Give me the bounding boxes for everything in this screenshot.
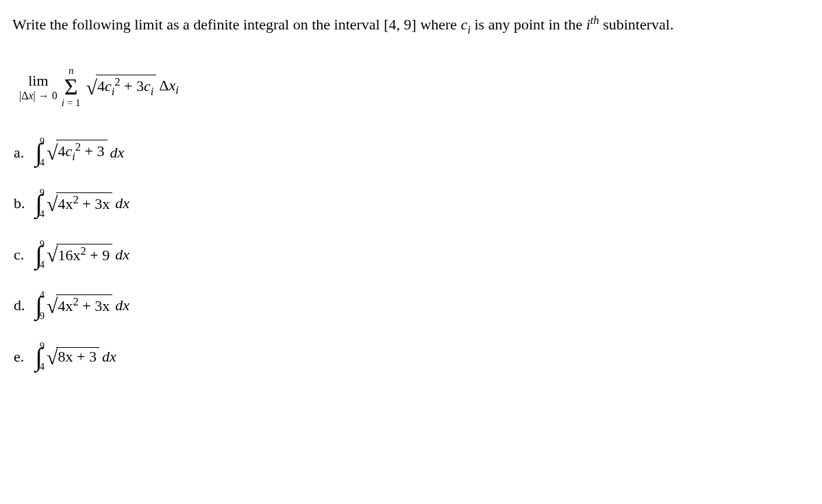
lim-text: lim: [28, 72, 48, 90]
sqrt-c: √ 16x2 + 9: [47, 244, 112, 266]
a-var: c: [65, 143, 72, 160]
dx-a: dx: [110, 144, 125, 162]
rad-c: c: [105, 77, 112, 94]
cond-right: | → 0: [34, 90, 58, 101]
sqrt-a: √ 4ci2 + 3: [47, 140, 108, 165]
rad-plus: + 3: [121, 77, 144, 94]
int-lower: 9: [40, 311, 45, 322]
sqrt-radicand-c: 16x2 + 9: [56, 244, 112, 266]
var-c: c: [461, 16, 468, 33]
integral-symbol: 9 ∫ 4: [33, 239, 45, 271]
rad-c2sub: i: [151, 84, 154, 97]
option-a-label: a.: [14, 144, 33, 162]
sqrt-b: √ 4x2 + 3x: [47, 192, 112, 214]
sum-eq: = 1: [64, 97, 80, 108]
delta-xvar: x: [169, 77, 175, 94]
limit-expression: lim |Δx| → 0 n Σ i = 1 √ 4ci2 + 3ci Δxi: [19, 65, 179, 110]
sqrt-radicand-e: 8x + 3: [56, 347, 99, 367]
option-e-label: e.: [14, 348, 33, 366]
option-d-label: d.: [14, 297, 33, 314]
option-e-integral: 9 ∫ 4 √ 8x + 3 dx: [33, 341, 116, 373]
dx-c: dx: [115, 246, 129, 264]
sqrt-radicand-a: 4ci2 + 3: [56, 140, 107, 165]
dx-d: dx: [115, 297, 129, 314]
option-b-label: b.: [14, 194, 33, 212]
d-body: 4x: [58, 298, 73, 315]
int-lower: 4: [40, 260, 45, 270]
sqrt-radicand-d: 4x2 + 3x: [56, 294, 112, 316]
c-sup: 2: [80, 244, 86, 257]
e-body: 8x + 3: [58, 348, 96, 365]
option-c: c. 9 ∫ 4 √ 16x2 + 9 dx: [14, 239, 810, 271]
int-lower: 4: [40, 209, 45, 220]
cond-x: x: [29, 90, 34, 101]
sqrt-radicand: 4ci2 + 3ci: [96, 75, 156, 100]
integral-symbol: 4 ∫ 9: [33, 290, 45, 322]
option-d: d. 4 ∫ 9 √ 4x2 + 3x dx: [14, 290, 810, 322]
option-c-label: c.: [14, 246, 33, 264]
b-post: + 3x: [79, 195, 110, 212]
rad-csup: 2: [114, 75, 120, 88]
sigma-symbol: Σ: [64, 77, 78, 98]
question-mid: is any point in the: [471, 16, 586, 33]
b-sup: 2: [73, 193, 78, 206]
delta-x: Δxi: [159, 77, 179, 97]
question-pre: Write the following limit as a definite …: [12, 16, 461, 33]
integral-symbol: 9 ∫ 4: [33, 136, 45, 168]
c-body: 16x: [58, 247, 80, 264]
option-b-integral: 9 ∫ 4 √ 4x2 + 3x dx: [33, 188, 129, 220]
limit-operator: lim |Δx| → 0: [19, 72, 58, 102]
sqrt-radicand-b: 4x2 + 3x: [56, 192, 112, 214]
b-body: 4x: [58, 195, 73, 212]
sqrt-e: √ 8x + 3: [47, 347, 99, 367]
cond-left: |Δ: [19, 90, 29, 101]
d-sup: 2: [73, 295, 78, 308]
option-a-integral: 9 ∫ 4 √ 4ci2 + 3 dx: [33, 136, 124, 168]
option-e: e. 9 ∫ 4 √ 8x + 3 dx: [14, 341, 810, 373]
ith-th: th: [590, 14, 599, 27]
lim-condition: |Δx| → 0: [19, 90, 58, 102]
d-post: + 3x: [79, 298, 110, 315]
rad-coef: 4: [97, 77, 105, 94]
sqrt-expression: √ 4ci2 + 3ci: [86, 75, 156, 100]
delta: Δ: [159, 77, 169, 94]
dx-e: dx: [102, 348, 116, 366]
a-sup: 2: [75, 140, 81, 153]
a-post: + 3: [81, 143, 104, 160]
delta-sub: i: [175, 84, 179, 97]
sum-operator: n Σ i = 1: [62, 65, 81, 110]
integral-symbol: 9 ∫ 4: [33, 188, 45, 220]
question-text: Write the following limit as a definite …: [12, 12, 810, 38]
sum-lower: i = 1: [62, 97, 81, 109]
answer-options: a. 9 ∫ 4 √ 4ci2 + 3 dx b. 9 ∫ 4 √ 4x: [14, 136, 810, 373]
option-d-integral: 4 ∫ 9 √ 4x2 + 3x dx: [33, 290, 129, 322]
rad-c2: c: [144, 77, 151, 94]
c-post: + 9: [86, 247, 110, 264]
option-b: b. 9 ∫ 4 √ 4x2 + 3x dx: [14, 188, 810, 220]
int-lower: 4: [40, 158, 45, 168]
a-pre: 4: [58, 143, 65, 160]
int-lower: 4: [40, 362, 45, 373]
question-post: subinterval.: [599, 16, 674, 33]
option-c-integral: 9 ∫ 4 √ 16x2 + 9 dx: [33, 239, 129, 271]
integral-symbol: 9 ∫ 4: [33, 341, 45, 373]
sqrt-d: √ 4x2 + 3x: [47, 294, 112, 316]
dx-b: dx: [115, 194, 129, 212]
option-a: a. 9 ∫ 4 √ 4ci2 + 3 dx: [14, 136, 810, 168]
